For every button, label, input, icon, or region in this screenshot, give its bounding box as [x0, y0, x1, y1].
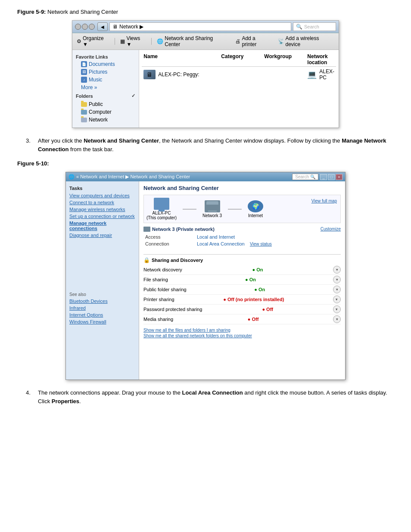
- nsc-view-status-link[interactable]: View status: [250, 242, 272, 246]
- nsc-internet-icon: 🌍: [248, 200, 263, 212]
- toolbar-divider: [115, 38, 115, 45]
- sidebar: Favorite Links 📄 Documents 🖼 Pictures ♪ …: [72, 50, 139, 128]
- nsc-computer-item: ALEX-PC(This computer): [146, 198, 177, 220]
- public-folder-icon: [81, 102, 87, 107]
- nsc-firewall-link[interactable]: Windows Firewall: [66, 318, 139, 325]
- nsc-view-computers-link[interactable]: View computers and devices: [66, 192, 139, 199]
- column-headers: Name Category Workgroup Network location: [142, 53, 336, 67]
- nsc-manage-wireless-link[interactable]: Manage wireless networks: [66, 206, 139, 213]
- nsc-network-sm-icon: [143, 227, 150, 232]
- nsc-manage-connections-link[interactable]: Manage network connections: [66, 220, 139, 232]
- nsc-body: Tasks View computers and devices Connect…: [66, 181, 345, 380]
- figure-59-label: Figure 5-9: Network and Sharing Center: [17, 9, 394, 15]
- nsc-bluetooth-link[interactable]: Bluetooth Devices: [66, 298, 139, 305]
- sidebar-item-pictures[interactable]: 🖼 Pictures: [72, 68, 139, 76]
- nsc-sharing-title: 🔒 Sharing and Discovery: [143, 257, 341, 263]
- network-sharing-button[interactable]: 🌐 Network and Sharing Center: [155, 34, 230, 48]
- nsc-computer-icon: [154, 198, 169, 210]
- nsc-close-btn[interactable]: ×: [336, 174, 342, 180]
- search-icon: 🔍: [296, 24, 302, 30]
- folders-section: Folders ✓: [72, 91, 139, 100]
- explorer-window: ◀ 🖥 Network ▶ 🔍 Search ⚙ Organize ▼ ▦ Vi…: [72, 20, 339, 128]
- media-sharing-expand[interactable]: ▾: [333, 315, 341, 323]
- nsc-connection-value: Local Area Connection View status: [195, 240, 341, 247]
- sharing-icon: 🔒: [143, 257, 150, 263]
- nsc-footer-links: Show me all the files and folders I am s…: [143, 328, 341, 338]
- sidebar-item-more[interactable]: More »: [72, 84, 139, 91]
- nsc-search-bar[interactable]: Search 🔍: [292, 174, 318, 180]
- documents-icon: 📄: [81, 61, 87, 67]
- nsc-setup-connection-link[interactable]: Set up a connection or network: [66, 213, 139, 220]
- nsc-show-folders-link[interactable]: Show me all the shared network folders o…: [143, 333, 341, 338]
- printer-sharing-expand[interactable]: ▾: [333, 296, 341, 303]
- step-4-number: 4.: [26, 389, 34, 405]
- search-box[interactable]: 🔍 Search: [293, 22, 336, 31]
- printer-sharing-status: ● Off (no printers installed): [223, 297, 284, 302]
- file-name: ALEX-PC: Peggy:: [158, 72, 199, 78]
- nsc-tasks-title: Tasks: [66, 184, 139, 192]
- nsc-main-area: Network and Sharing Center ALEX-PC(This …: [139, 181, 345, 380]
- nsc-network-item: Network 3: [202, 200, 222, 218]
- public-sharing-expand[interactable]: ▾: [333, 286, 341, 293]
- nsc-window: 🌐 « Network and Internet ▶ Network and S…: [65, 172, 346, 380]
- public-sharing-status: ● On: [254, 287, 265, 292]
- views-button[interactable]: ▦ Views ▼: [118, 34, 148, 48]
- close-btn[interactable]: [89, 24, 95, 30]
- password-sharing-expand[interactable]: ▾: [333, 305, 341, 313]
- step-4-block: 4. The network connections appear. Drag …: [17, 389, 394, 405]
- nsc-minimize-btn[interactable]: _: [320, 174, 327, 180]
- step-3-number: 3.: [26, 137, 34, 153]
- nsc-connection-row: Connection Local Area Connection View st…: [143, 240, 341, 247]
- sidebar-item-network[interactable]: Network: [72, 116, 139, 124]
- discovery-status: ● On: [252, 267, 263, 272]
- nsc-customize-link[interactable]: Customize: [321, 227, 341, 231]
- organize-button[interactable]: ⚙ Organize ▼: [75, 34, 111, 48]
- step4-bold2: Properties: [52, 398, 79, 404]
- sidebar-item-public[interactable]: Public: [72, 100, 139, 108]
- nsc-sharing-row-public: Public folder sharing ● On ▾: [143, 285, 341, 295]
- nsc-see-also-section: See also Bluetooth Devices Infrared Inte…: [66, 290, 139, 325]
- file-sharing-expand[interactable]: ▾: [333, 276, 341, 283]
- nsc-access-label: Access: [143, 233, 195, 240]
- sidebar-item-documents[interactable]: 📄 Documents: [72, 60, 139, 68]
- nsc-infrared-link[interactable]: Infrared: [66, 305, 139, 311]
- maximize-btn[interactable]: [82, 24, 88, 30]
- discovery-expand[interactable]: ▾: [333, 266, 341, 274]
- step4-bold1: Local Area Connection: [182, 389, 243, 396]
- nsc-network-info: Customize Network 3 (Private network) Ac…: [143, 227, 341, 251]
- nsc-sharing-section: 🔒 Sharing and Discovery Network discover…: [143, 254, 341, 324]
- nsc-main-title: Network and Sharing Center: [143, 185, 341, 191]
- back-button[interactable]: ◀: [97, 22, 108, 31]
- file-icon-glyph: 🖥: [146, 71, 153, 78]
- col-network-location: Network location: [307, 53, 334, 65]
- wireless-icon: 📡: [278, 38, 284, 44]
- nsc-view-map-link[interactable]: View full map: [311, 199, 337, 203]
- file-area: Name Category Workgroup Network location…: [139, 50, 339, 128]
- table-row[interactable]: 🖥 ALEX-PC: Peggy: 💻 ALEX-PC: [142, 67, 336, 82]
- file-name-cell: 🖥 ALEX-PC: Peggy:: [143, 70, 221, 79]
- nsc-sharing-row-password: Password protected sharing ● Off ▾: [143, 305, 341, 314]
- nsc-internet-options-link[interactable]: Internet Options: [66, 311, 139, 318]
- nsc-connection-label: Connection: [143, 240, 195, 247]
- nsc-titlebar: 🌐 « Network and Internet ▶ Network and S…: [66, 172, 345, 181]
- nsc-show-files-link[interactable]: Show me all the files and folders I am s…: [143, 328, 341, 333]
- titlebar: ◀ 🖥 Network ▶ 🔍 Search: [72, 21, 339, 33]
- network-location-icon: 💻: [307, 70, 317, 79]
- sidebar-item-computer[interactable]: Computer: [72, 108, 139, 116]
- nsc-diagnose-link[interactable]: Diagnose and repair: [66, 232, 139, 239]
- file-location: 💻 ALEX-PC: [307, 68, 334, 81]
- figure-510-label: Figure 5-10:: [17, 160, 394, 167]
- nsc-see-also-title: See also: [66, 290, 139, 298]
- nsc-connect-link[interactable]: Connect to a network: [66, 199, 139, 206]
- sidebar-item-music[interactable]: ♪ Music: [72, 76, 139, 84]
- minimize-btn[interactable]: [75, 24, 81, 30]
- nsc-sidebar: Tasks View computers and devices Connect…: [66, 181, 139, 380]
- nav-area: ◀ 🖥 Network ▶ 🔍 Search: [97, 22, 336, 31]
- add-wireless-button[interactable]: 📡 Add a wireless device: [276, 34, 336, 48]
- network-sharing-icon: 🌐: [157, 38, 163, 44]
- add-printer-button[interactable]: 🖨 Add a printer: [234, 34, 272, 48]
- nsc-maximize-btn[interactable]: □: [328, 174, 335, 180]
- printer-icon: 🖨: [235, 38, 240, 44]
- col-name: Name: [143, 53, 221, 65]
- breadcrumb[interactable]: 🖥 Network ▶: [109, 22, 291, 31]
